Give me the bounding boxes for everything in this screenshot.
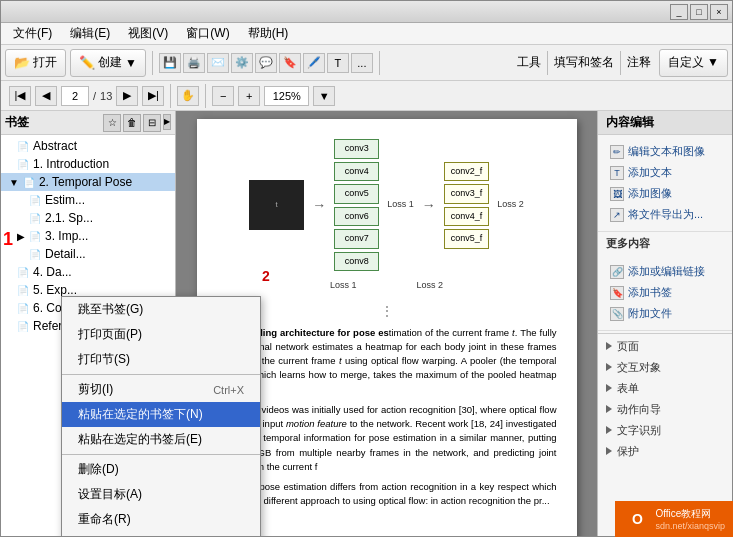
sidebar-tools: ☆ 🗑 ⊟ ▶: [103, 114, 171, 132]
nn-box-conv4f: conv4_f: [444, 207, 490, 227]
bookmark-expand-icon: ▼: [9, 177, 19, 188]
ctx-print-page[interactable]: 打印页面(P): [62, 322, 260, 347]
bookmark-icon-s6: 📄: [17, 303, 29, 314]
settings-icon-btn[interactable]: ⚙️: [231, 53, 253, 73]
ctx-sep-1: [62, 374, 260, 375]
bookmark-s21[interactable]: 📄 2.1. Sp...: [1, 209, 175, 227]
first-page-btn[interactable]: |◀: [9, 86, 31, 106]
text-icon-btn[interactable]: T: [327, 53, 349, 73]
arrow-right-1: →: [312, 195, 326, 216]
ctx-print-section[interactable]: 打印节(S): [62, 347, 260, 372]
add-image-label: 添加图像: [628, 186, 672, 201]
fill-sign-label: 填写和签名: [554, 54, 614, 71]
right-item-page[interactable]: 页面: [598, 336, 732, 357]
ctx-paste-after[interactable]: 粘贴在选定的书签后(E): [62, 427, 260, 452]
email-icon-btn[interactable]: ✉️: [207, 53, 229, 73]
minimize-btn[interactable]: _: [670, 4, 688, 20]
close-btn[interactable]: ×: [710, 4, 728, 20]
zoom-out-btn[interactable]: −: [212, 86, 234, 106]
attach-file-btn[interactable]: 📎 附加文件: [606, 303, 724, 324]
ctx-set-default[interactable]: 使用当前外观作为新的默认外观(U): [62, 532, 260, 536]
menu-help[interactable]: 帮助(H): [240, 23, 297, 44]
prev-page-btn[interactable]: ◀: [35, 86, 57, 106]
new-bookmark-btn[interactable]: ☆: [103, 114, 121, 132]
right-panel-title: 内容编辑: [606, 114, 654, 131]
menu-edit[interactable]: 编辑(E): [62, 23, 118, 44]
bookmark-s3[interactable]: ▶ 📄 3. Imp...: [1, 227, 175, 245]
stamp-icon-btn[interactable]: 🔖: [279, 53, 301, 73]
highlight-icon-btn[interactable]: 🖊️: [303, 53, 325, 73]
zoom-input[interactable]: 125%: [264, 86, 309, 106]
menu-window[interactable]: 窗口(W): [178, 23, 237, 44]
last-page-btn[interactable]: ▶|: [142, 86, 164, 106]
print-icon-btn[interactable]: 🖨️: [183, 53, 205, 73]
bookmark-temporal[interactable]: ▼ 📄 2. Temporal Pose: [1, 173, 175, 191]
content-area: 书签 ☆ 🗑 ⊟ ▶ 📄 Abstract 📄 1. Introduction: [1, 111, 732, 536]
right-item-interactive[interactable]: 交互对象: [598, 357, 732, 378]
ctx-goto[interactable]: 跳至书签(G): [62, 297, 260, 322]
bookmark-icon-s4: 📄: [17, 267, 29, 278]
zoom-dropdown-btn[interactable]: ▼: [313, 86, 335, 106]
right-item-protect[interactable]: 保护: [598, 441, 732, 462]
bookmark-abstract[interactable]: 📄 Abstract: [1, 137, 175, 155]
context-menu: 跳至书签(G) 打印页面(P) 打印节(S) 剪切(I) Ctrl+X 粘贴在选…: [61, 296, 261, 536]
edit-icon: ✏: [610, 145, 624, 159]
office-logo: O: [623, 505, 651, 533]
title-bar: _ □ ×: [1, 1, 732, 23]
right-item-action[interactable]: 动作向导: [598, 399, 732, 420]
ctx-delete[interactable]: 删除(D): [62, 457, 260, 482]
collapse-all-btn[interactable]: ⊟: [143, 114, 161, 132]
add-text-btn[interactable]: T 添加文本: [606, 162, 724, 183]
bookmark-icon-abstract: 📄: [17, 141, 29, 152]
menu-file[interactable]: 文件(F): [5, 23, 60, 44]
create-button[interactable]: ✏️ 创建 ▼: [70, 49, 146, 77]
edit-text-image-btn[interactable]: ✏ 编辑文本和图像: [606, 141, 724, 162]
loss1-label: Loss 1: [387, 198, 414, 212]
more-label: 更多内容: [598, 232, 732, 255]
ctx-set-dest[interactable]: 设置目标(A): [62, 482, 260, 507]
ctx-rename-label: 重命名(R): [78, 511, 131, 528]
maximize-btn[interactable]: □: [690, 4, 708, 20]
ctx-cut[interactable]: 剪切(I) Ctrl+X: [62, 377, 260, 402]
right-item-ocr[interactable]: 文字识别: [598, 420, 732, 441]
bookmark-s4[interactable]: 📄 4. Da...: [1, 263, 175, 281]
number-indicator-1: 1: [3, 230, 13, 248]
page-input[interactable]: 2: [61, 86, 89, 106]
divider: [598, 333, 732, 334]
ctx-rename[interactable]: 重命名(R): [62, 507, 260, 532]
right-item-form-label: 表单: [617, 382, 639, 394]
nn-box-conv6: conv6: [334, 207, 379, 227]
right-tools: 工具 填写和签名 注释: [517, 51, 651, 75]
comment-icon-btn[interactable]: 💬: [255, 53, 277, 73]
add-image-btn[interactable]: 🖼 添加图像: [606, 183, 724, 204]
extra-icon-btn[interactable]: ...: [351, 53, 373, 73]
export-btn[interactable]: ↗ 将文件导出为...: [606, 204, 724, 225]
triangle-icon-5: [606, 426, 612, 434]
hand-tool-btn[interactable]: ✋: [177, 86, 199, 106]
add-bookmark-btn[interactable]: 🔖 添加书签: [606, 282, 724, 303]
next-page-btn[interactable]: ▶: [116, 86, 138, 106]
customize-button[interactable]: 自定义 ▼: [659, 49, 728, 77]
add-link-btn[interactable]: 🔗 添加或编辑链接: [606, 261, 724, 282]
save-icon-btn[interactable]: 💾: [159, 53, 181, 73]
triangle-icon-6: [606, 447, 612, 455]
expand-panel-btn[interactable]: ▶: [163, 114, 171, 130]
paragraph-2: rmation in videos was initially used for…: [217, 403, 557, 474]
ctx-paste-below[interactable]: 粘贴在选定的书签下(N): [62, 402, 260, 427]
zoom-in-btn[interactable]: +: [238, 86, 260, 106]
pose-image: t: [249, 180, 304, 230]
open-icon: 📂: [14, 55, 30, 70]
bookmark-estim[interactable]: 📄 Estim...: [1, 191, 175, 209]
menu-view[interactable]: 视图(V): [120, 23, 176, 44]
right-panel-section1: ✏ 编辑文本和图像 T 添加文本 🖼 添加图像 ↗ 将文件导出为...: [598, 135, 732, 232]
toolbar: 📂 打开 ✏️ 创建 ▼ 💾 🖨️ ✉️ ⚙️ 💬 🔖 🖊️ T ... 工具 …: [1, 45, 732, 81]
bookmark-detail[interactable]: 📄 Detail...: [1, 245, 175, 263]
delete-bookmark-btn[interactable]: 🗑: [123, 114, 141, 132]
bookmark-label-s21: 2.1. Sp...: [45, 211, 93, 225]
bookmark-intro[interactable]: 📄 1. Introduction: [1, 155, 175, 173]
attach-label: 附加文件: [628, 306, 672, 321]
right-item-form[interactable]: 表单: [598, 378, 732, 399]
open-button[interactable]: 📂 打开: [5, 49, 66, 77]
title-bar-buttons: _ □ ×: [670, 4, 728, 20]
bookmarks-panel: 书签 ☆ 🗑 ⊟ ▶ 📄 Abstract 📄 1. Introduction: [1, 111, 176, 536]
